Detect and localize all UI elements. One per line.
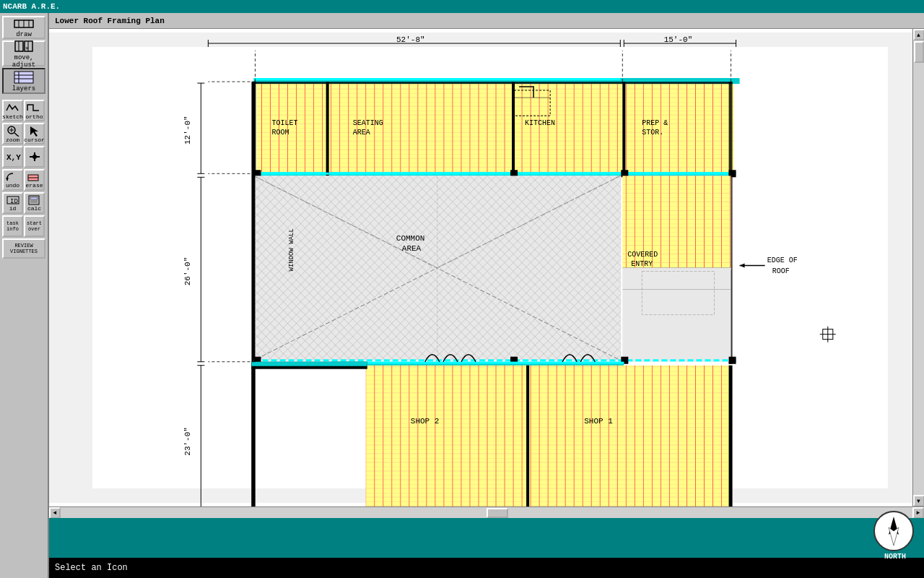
erase-label: erase (25, 182, 43, 189)
svg-text:WINDOW WALL: WINDOW WALL (287, 228, 295, 271)
start-over-button[interactable]: start over (24, 215, 45, 237)
ortho-label: ortho (25, 113, 43, 120)
draw-label: draw (16, 31, 32, 38)
vertical-scrollbar[interactable]: ▲ ▼ (912, 29, 924, 506)
id-button[interactable]: ID id (2, 192, 23, 214)
svg-text:STOR.: STOR. (642, 129, 663, 137)
scroll-down-button[interactable]: ▼ (913, 495, 925, 506)
task-info-button[interactable]: task info (2, 215, 23, 237)
svg-point-21 (32, 155, 37, 159)
floor-plan-svg: 52'-8" 15'-0" 12'-0" 26'-0" (49, 29, 924, 506)
calc-button[interactable]: calc (24, 192, 45, 214)
svg-rect-28 (30, 197, 38, 199)
scroll-up-button[interactable]: ▲ (913, 29, 925, 40)
cursor-button[interactable]: cursor (24, 123, 45, 144)
xy-button[interactable]: X,Y (2, 146, 23, 168)
svg-text:ROOF: ROOF (772, 267, 790, 275)
plan-title: Lower Roof Framing Plan (55, 17, 165, 25)
xy-pair: X,Y (2, 146, 45, 168)
svg-text:COVERED: COVERED (627, 251, 658, 259)
svg-text:52'-8": 52'-8" (396, 35, 425, 44)
left-toolbar: draw ✕ move, adjust (0, 13, 49, 578)
taskinfo-startover-pair: task info start over (2, 215, 45, 237)
app-title: NCARB A.R.E. (3, 2, 60, 11)
svg-rect-9 (14, 72, 33, 83)
svg-rect-103 (251, 362, 367, 366)
svg-rect-70 (326, 82, 329, 176)
svg-marker-17 (30, 126, 38, 137)
svg-text:ID: ID (10, 198, 18, 205)
sketch-button[interactable]: sketch (2, 100, 23, 121)
undo-button[interactable]: undo (2, 169, 23, 191)
undo-erase-pair: undo erase (2, 169, 45, 191)
svg-text:ROOM: ROOM (272, 129, 289, 137)
draw-button[interactable]: draw (2, 16, 45, 39)
erase-button[interactable]: erase (24, 169, 45, 191)
svg-text:SEATING: SEATING (353, 119, 383, 127)
svg-rect-65 (253, 82, 732, 84)
svg-text:TOILET: TOILET (272, 119, 298, 127)
start-over-label: start over (25, 220, 43, 232)
layers-button[interactable]: layers (2, 68, 45, 94)
svg-rect-98 (526, 366, 529, 506)
task-info-label: task info (4, 220, 22, 232)
header-bar: Lower Roof Framing Plan (49, 13, 924, 29)
svg-text:AREA: AREA (402, 244, 422, 253)
svg-rect-96 (331, 362, 624, 364)
zoom-label: zoom (6, 137, 19, 143)
svg-rect-94 (729, 357, 736, 364)
misc-button[interactable] (24, 146, 45, 168)
svg-text:EDGE  OF: EDGE OF (767, 256, 798, 264)
sketch-label: sketch (2, 113, 23, 120)
svg-marker-22 (6, 178, 9, 181)
sketch-ortho-pair: sketch ortho (2, 100, 45, 121)
horizontal-scrollbar[interactable]: ◄ ► (49, 506, 924, 518)
svg-rect-104 (729, 366, 733, 506)
calc-label: calc (27, 205, 41, 212)
svg-text:26'-0": 26'-0" (183, 257, 192, 286)
title-bar: NCARB A.R.E. (0, 0, 924, 13)
svg-text:AREA: AREA (353, 129, 370, 137)
svg-text:X,Y: X,Y (6, 153, 21, 162)
ortho-button[interactable]: ortho (24, 100, 45, 121)
id-calc-pair: ID id calc (2, 192, 45, 214)
svg-rect-97 (366, 366, 731, 506)
id-label: id (9, 205, 17, 212)
svg-text:COMMON: COMMON (396, 234, 425, 243)
svg-text:KITCHEN: KITCHEN (525, 119, 555, 127)
move-adjust-label: move, adjust (4, 54, 44, 69)
zoom-cursor-pair: zoom cursor (2, 123, 45, 144)
scroll-track-horizontal (61, 507, 912, 519)
svg-text:23'-0": 23'-0" (183, 427, 192, 456)
north-label: NORTH (873, 553, 917, 561)
svg-text:SHOP 2: SHOP 2 (411, 417, 440, 426)
undo-label: undo (6, 182, 19, 189)
review-vignettes-label: REVIEW VIGNETTES (5, 243, 43, 254)
svg-text:SHOP 1: SHOP 1 (584, 417, 613, 426)
cursor-label: cursor (24, 137, 45, 143)
scroll-thumb-vertical[interactable] (914, 41, 924, 63)
svg-rect-72 (622, 82, 625, 176)
north-compass: NORTH (873, 511, 917, 554)
canvas-area[interactable]: 52'-8" 15'-0" 12'-0" 26'-0" (49, 29, 924, 506)
zoom-button[interactable]: zoom (2, 123, 23, 144)
svg-text:✕: ✕ (25, 45, 29, 51)
status-bar: NORTH (49, 518, 924, 558)
svg-rect-101 (251, 362, 255, 506)
svg-text:PREP &: PREP & (642, 119, 668, 127)
scroll-track-vertical (913, 40, 925, 495)
svg-text:ENTRY: ENTRY (631, 260, 653, 268)
scroll-left-button[interactable]: ◄ (49, 507, 61, 519)
move-adjust-button[interactable]: ✕ move, adjust (2, 40, 45, 66)
right-area: Lower Roof Framing Plan 52'-8" 1 (49, 13, 924, 578)
review-vignettes-button[interactable]: REVIEW VIGNETTES (2, 238, 45, 259)
svg-text:12'-0": 12'-0" (183, 116, 192, 144)
layers-label: layers (12, 85, 35, 92)
svg-text:15'-0": 15'-0" (664, 35, 693, 44)
svg-rect-61 (624, 82, 732, 172)
command-bar: Select an Icon (49, 558, 924, 578)
status-message: Select an Icon (55, 563, 128, 573)
scroll-thumb-horizontal[interactable] (487, 508, 508, 518)
